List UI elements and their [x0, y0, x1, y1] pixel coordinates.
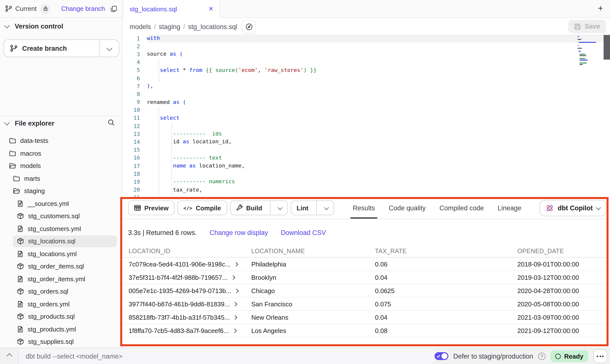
expand-row-icon[interactable] — [234, 301, 238, 307]
code-line-14[interactable]: 14 id as location_id, — [122, 138, 610, 146]
code-line-11[interactable]: 11 select — [122, 114, 610, 122]
file-item-stg-supplies-sql[interactable]: stg_supplies.sql — [0, 335, 122, 348]
code-line-10[interactable]: 10 — [122, 106, 610, 114]
cell: 0.06 — [375, 260, 517, 268]
close-icon[interactable]: ✕ — [208, 5, 213, 12]
line-number: 20 — [122, 187, 147, 193]
file-explorer-header[interactable]: File explorer — [5, 120, 119, 127]
build-button[interactable]: Build — [230, 200, 288, 215]
breadcrumb-segment[interactable]: models — [130, 23, 151, 30]
file-item--sources-yml[interactable]: __sources.yml — [0, 197, 122, 210]
file-item-stg-products-sql[interactable]: stg_products.sql — [0, 310, 122, 323]
expand-row-icon[interactable] — [231, 275, 236, 280]
table-row[interactable]: 3977f440-b87d-461b-9dd6-81839...San Fran… — [122, 298, 610, 311]
defer-toggle[interactable] — [435, 352, 448, 360]
tab-lineage[interactable]: Lineage — [498, 197, 521, 219]
code-line-16[interactable]: 16 ---------- text — [122, 154, 610, 162]
build-dropdown[interactable] — [274, 207, 282, 209]
code-line-12[interactable]: 12 — [122, 122, 610, 130]
compile-button[interactable]: </> Compile — [177, 200, 227, 215]
file-item-marts[interactable]: marts — [0, 172, 122, 185]
tab-compiled-code[interactable]: Compiled code — [440, 197, 484, 219]
download-csv-link[interactable]: Download CSV — [281, 229, 326, 236]
table-row[interactable]: 858218fb-73f7-4b1b-a31f-57b345...New Orl… — [122, 311, 610, 324]
tab-label: stg_locations.sql — [130, 5, 204, 13]
tab-results[interactable]: Results — [353, 197, 375, 219]
lint-dropdown[interactable] — [320, 207, 328, 209]
code-line-15[interactable]: 15 — [122, 146, 610, 154]
breadcrumb-segment[interactable]: stg_locations.sql — [188, 23, 237, 30]
code-editor[interactable]: 1with23source as (45 select * from {{ so… — [122, 34, 610, 197]
cell: 2021-09-12T00:00:00 — [517, 327, 610, 334]
cell: 0.08 — [375, 327, 517, 334]
more-options-button[interactable] — [593, 349, 607, 363]
cell: Los Angeles — [251, 327, 375, 334]
table-row[interactable]: 005e7e1c-1935-4269-b479-0713b...Chicago0… — [122, 284, 610, 298]
expand-row-icon[interactable] — [235, 288, 239, 293]
minimap-line — [580, 58, 585, 59]
table-row[interactable]: 7c079cea-5ed4-4101-906e-9198c...Philadel… — [122, 258, 610, 271]
file-item-stg-orders-sql[interactable]: stg_orders.sql — [0, 285, 122, 298]
file-item-stg-locations-sql[interactable]: stg_locations.sql — [0, 235, 122, 248]
file-item-stg-order-items-sql[interactable]: stg_order_items.sql — [0, 260, 122, 273]
file-item-label: stg_order_items.yml — [28, 275, 85, 283]
editor-scrollbar[interactable] — [604, 35, 610, 60]
compile-label: Compile — [196, 204, 221, 212]
change-row-display-link[interactable]: Change row display — [210, 229, 268, 236]
lineage-compass-button[interactable] — [242, 20, 256, 33]
code-line-8[interactable]: 8 — [122, 90, 610, 98]
collapse-panel-button[interactable] — [0, 348, 19, 364]
code-line-7[interactable]: 7), — [122, 82, 610, 90]
expand-row-icon[interactable] — [234, 314, 238, 320]
preview-button[interactable]: Preview — [128, 200, 174, 215]
tab-code-quality[interactable]: Code quality — [389, 197, 426, 219]
table-row[interactable]: 37e5f311-b7f4-4f2f-988b-719657...Brookly… — [122, 271, 610, 284]
breadcrumb-segment[interactable]: staging — [159, 23, 180, 30]
change-branch-link[interactable]: Change branch — [61, 5, 105, 12]
lint-button[interactable]: Lint — [291, 200, 334, 215]
code-line-5[interactable]: 5 select * from {{ source('ecom', 'raw_s… — [122, 66, 610, 74]
code-text: id as location_id, — [147, 138, 232, 146]
file-item-staging[interactable]: staging — [0, 185, 122, 197]
table-row[interactable]: 1f8ffa70-7cb5-4d83-8a7f-9aceef6...Los An… — [122, 324, 610, 337]
file-item-stg-products-yml[interactable]: stg_products.yml — [0, 323, 122, 335]
code-line-6[interactable]: 6 — [122, 74, 610, 82]
code-line-9[interactable]: 9renamed as ( — [122, 98, 610, 106]
search-icon[interactable] — [107, 119, 115, 128]
copy-icon[interactable] — [110, 5, 117, 12]
model-icon — [17, 213, 24, 220]
save-button[interactable]: Save — [568, 20, 606, 33]
file-item-stg-orders-yml[interactable]: stg_orders.yml — [0, 298, 122, 310]
expand-row-icon[interactable] — [234, 261, 239, 267]
line-number: 21 — [122, 195, 147, 197]
file-item-stg-customers-yml[interactable]: stg_customers.yml — [0, 222, 122, 235]
editor-tab-bar: stg_locations.sql ✕ + — [122, 0, 610, 18]
file-item-models[interactable]: models — [0, 160, 122, 172]
code-line-19[interactable]: 19 ---------- numerics — [122, 178, 610, 186]
file-item-stg-order-items-yml[interactable]: stg_order_items.yml — [0, 273, 122, 285]
file-item-stg-locations-yml[interactable]: stg_locations.yml — [0, 248, 122, 260]
expand-row-icon[interactable] — [233, 328, 237, 333]
dbt-command-input[interactable]: dbt build --select <model_name> — [19, 348, 435, 364]
new-tab-button[interactable]: + — [598, 3, 603, 13]
code-line-1[interactable]: 1with — [122, 34, 610, 42]
code-line-21[interactable]: 21 — [122, 194, 610, 197]
dbt-copilot-button[interactable]: dbt Copilot — [540, 200, 606, 216]
create-branch-button[interactable]: Create branch — [3, 39, 119, 57]
code-line-3[interactable]: 3source as ( — [122, 50, 610, 58]
create-branch-dropdown[interactable] — [100, 40, 119, 57]
file-item-macros[interactable]: macros — [0, 147, 122, 160]
code-line-2[interactable]: 2 — [122, 42, 610, 50]
tab-stg-locations-sql[interactable]: stg_locations.sql ✕ — [123, 0, 220, 18]
version-control-header[interactable]: Version control — [5, 23, 63, 30]
indent-guide — [159, 106, 159, 197]
code-line-18[interactable]: 18 — [122, 170, 610, 178]
file-item-stg-customers-sql[interactable]: stg_customers.sql — [0, 210, 122, 222]
code-line-4[interactable]: 4 — [122, 58, 610, 66]
help-icon[interactable]: ? — [538, 352, 545, 360]
code-line-13[interactable]: 13 ---------- ids — [122, 130, 610, 138]
code-line-17[interactable]: 17 name as location_name, — [122, 162, 610, 170]
code-line-20[interactable]: 20 tax_rate, — [122, 186, 610, 194]
breadcrumb-row: models / staging / stg_locations.sql Sav… — [122, 18, 610, 35]
file-item-data-tests[interactable]: data-tests — [0, 134, 122, 147]
